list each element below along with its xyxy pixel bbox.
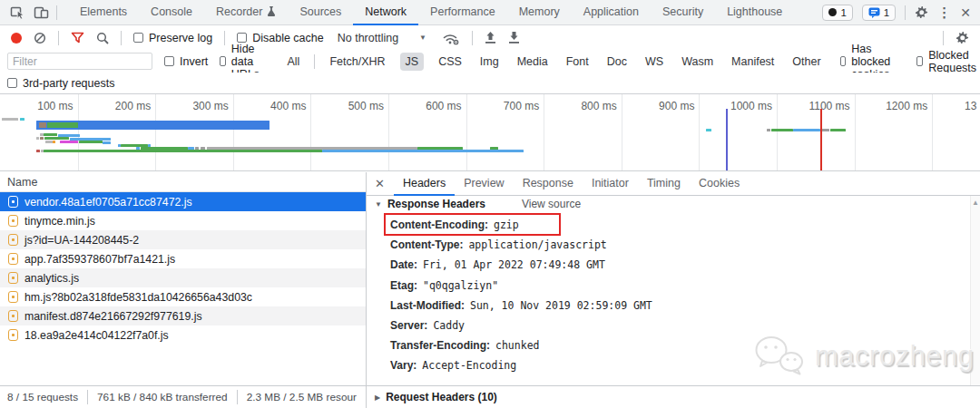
blocked-requests-checkbox[interactable]: Blocked Requests [916, 49, 980, 74]
tab-lighthouse[interactable]: Lighthouse [715, 0, 794, 25]
filter-type-fetch-xhr[interactable]: Fetch/XHR [326, 53, 388, 71]
chevron-down-icon[interactable]: ▼ [419, 34, 426, 42]
filter-type-wasm[interactable]: Wasm [678, 53, 717, 71]
divider [121, 31, 122, 45]
ruler-tick-label: 300 ms [172, 100, 229, 112]
filter-input[interactable] [7, 53, 152, 70]
inspect-element-icon[interactable] [5, 0, 29, 24]
filter-type-ws[interactable]: WS [642, 53, 667, 71]
request-name: analytics.js [24, 272, 79, 285]
request-row[interactable]: 18.ea9a2e414c04122f7a0f.js [0, 325, 366, 345]
header-name: Content-Type: [390, 238, 463, 251]
header-name: Etag: [390, 279, 417, 292]
script-file-icon [8, 234, 18, 246]
error-count-badge[interactable]: 1 [822, 5, 852, 21]
request-row[interactable]: vendor.48a1ef0705a71cc87472.js [0, 192, 366, 211]
invert-checkbox[interactable]: Invert [164, 55, 208, 68]
filter-type-media[interactable]: Media [514, 53, 552, 71]
request-type-filter-chips: AllFetch/XHRJSCSSImgMediaFontDocWSWasmMa… [284, 53, 825, 71]
waterfall-bar [39, 122, 46, 128]
request-row[interactable]: hm.js?8b02a318fde5831da10426656a43d03c [0, 287, 366, 306]
request-headers-section-header[interactable]: ▶ Request Headers (10) [367, 385, 980, 408]
close-details-icon[interactable]: ✕ [367, 177, 394, 190]
tab-sources[interactable]: Sources [288, 0, 353, 25]
header-name: Last-Modified: [390, 299, 465, 312]
close-devtools-icon[interactable]: ✕ [960, 6, 971, 19]
preserve-log-checkbox[interactable]: Preserve log [133, 32, 212, 44]
tab-recorder[interactable]: Recorder [204, 0, 288, 25]
filter-type-font[interactable]: Font [563, 53, 593, 71]
devtools-tabbar: ElementsConsoleRecorderSourcesNetworkPer… [0, 0, 980, 25]
view-source-link[interactable]: View source [522, 198, 581, 210]
waterfall-bar [2, 118, 18, 121]
filter-type-manifest[interactable]: Manifest [728, 53, 778, 71]
header-name: Server: [390, 319, 427, 332]
request-row[interactable]: app.7af359378607bf7a1421.js [0, 249, 366, 268]
response-header-line: Content-Encoding:gzip [390, 215, 652, 235]
request-row[interactable]: tinymce.min.js [0, 211, 366, 230]
issues-count-badge[interactable]: 1 [862, 5, 896, 21]
record-network-log-button[interactable] [11, 33, 22, 44]
tab-memory[interactable]: Memory [507, 0, 572, 25]
details-tab-preview[interactable]: Preview [455, 172, 513, 196]
throttling-dropdown[interactable]: No throttling [338, 32, 398, 44]
details-scrollbar[interactable]: ▲ [970, 196, 980, 385]
request-row[interactable]: analytics.js [0, 268, 366, 287]
checkbox [7, 78, 17, 88]
name-column-header[interactable]: Name [0, 172, 366, 192]
waterfall-bar [44, 150, 322, 152]
tab-label: Recorder [216, 5, 262, 18]
tab-console[interactable]: Console [139, 0, 204, 25]
tab-network[interactable]: Network [353, 0, 418, 25]
details-tab-timing[interactable]: Timing [638, 172, 690, 196]
third-party-requests-checkbox[interactable]: 3rd-party requests [7, 77, 114, 90]
search-icon[interactable] [96, 32, 109, 44]
waterfall-bar [767, 129, 770, 131]
script-file-icon [8, 272, 18, 284]
network-overview-waterfall[interactable]: 100 ms200 ms300 ms400 ms500 ms600 ms700 … [0, 94, 980, 171]
response-headers-section-header[interactable]: ▼ Response Headers View source [375, 198, 581, 210]
filter-type-js[interactable]: JS [400, 53, 425, 71]
device-toolbar-icon[interactable] [29, 0, 53, 24]
tab-label: Elements [80, 5, 127, 18]
tab-elements[interactable]: Elements [68, 0, 139, 25]
script-file-icon [8, 310, 18, 322]
more-options-icon[interactable]: ⋮ [937, 5, 951, 19]
details-tab-initiator[interactable]: Initiator [583, 172, 638, 196]
filter-funnel-icon[interactable] [71, 32, 84, 44]
details-tab-cookies[interactable]: Cookies [690, 172, 749, 196]
filter-type-all[interactable]: All [284, 53, 304, 71]
filter-type-other[interactable]: Other [789, 53, 824, 71]
request-details-panel: ✕ HeadersPreviewResponseInitiatorTimingC… [367, 172, 980, 408]
tab-application[interactable]: Application [572, 0, 651, 25]
import-har-icon[interactable] [485, 31, 496, 44]
issues-count: 1 [884, 7, 889, 18]
request-row[interactable]: js?id=UA-144208445-2 [0, 230, 366, 249]
clear-network-log-icon[interactable] [34, 32, 46, 44]
waterfall-bar [79, 141, 103, 143]
ruler-gridline [78, 94, 79, 170]
waterfall-bar [47, 122, 78, 128]
tab-security[interactable]: Security [651, 0, 715, 25]
ruler-tick-label: 1200 ms [871, 100, 927, 112]
request-row[interactable]: manifest.d874e21667292f977619.js [0, 306, 366, 325]
third-party-requests-label: 3rd-party requests [23, 77, 114, 90]
network-status-bar: 8 / 15 requests 761 kB / 840 kB transfer… [0, 385, 367, 408]
tab-label: Memory [519, 5, 560, 18]
waterfall-bar [44, 137, 69, 140]
network-conditions-icon[interactable] [442, 31, 460, 45]
details-tab-headers[interactable]: Headers [394, 172, 455, 196]
divider [314, 54, 315, 69]
settings-gear-icon[interactable] [915, 5, 928, 19]
filter-type-css[interactable]: CSS [435, 53, 466, 71]
filter-type-doc[interactable]: Doc [603, 53, 631, 71]
devtools-tab-strip: ElementsConsoleRecorderSourcesNetworkPer… [68, 0, 794, 25]
network-settings-gear-icon[interactable] [956, 31, 969, 44]
export-har-icon[interactable] [508, 31, 520, 44]
load-event-line [820, 109, 822, 170]
tab-performance[interactable]: Performance [418, 0, 507, 25]
response-header-line: Vary:Accept-Encoding [390, 355, 652, 375]
details-tab-response[interactable]: Response [514, 172, 583, 196]
filter-type-img[interactable]: Img [476, 53, 503, 71]
scroll-up-arrow-icon[interactable]: ▲ [971, 199, 980, 207]
